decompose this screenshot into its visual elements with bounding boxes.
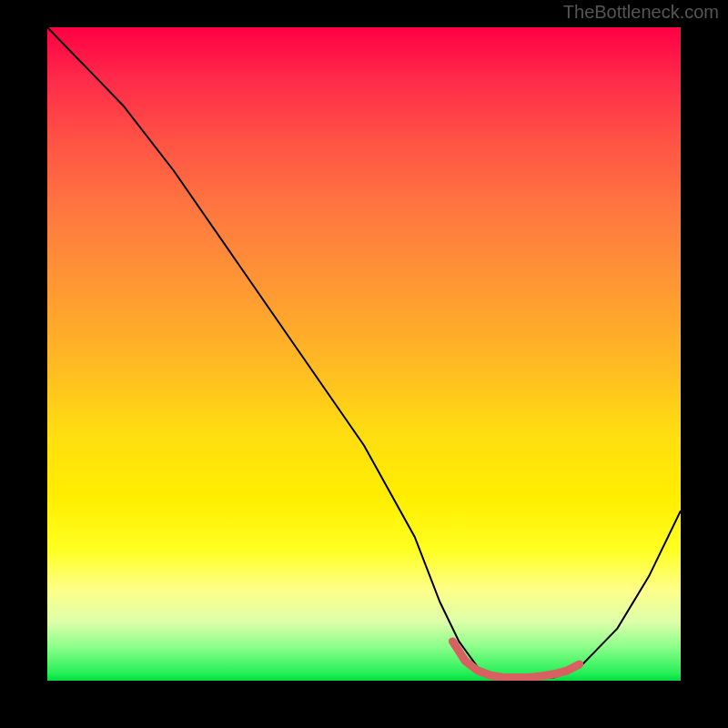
chart-plot-area xyxy=(47,27,681,681)
bottleneck-curve-path xyxy=(47,27,681,677)
watermark-text: TheBottleneck.com xyxy=(563,2,719,23)
chart-svg xyxy=(47,27,681,681)
